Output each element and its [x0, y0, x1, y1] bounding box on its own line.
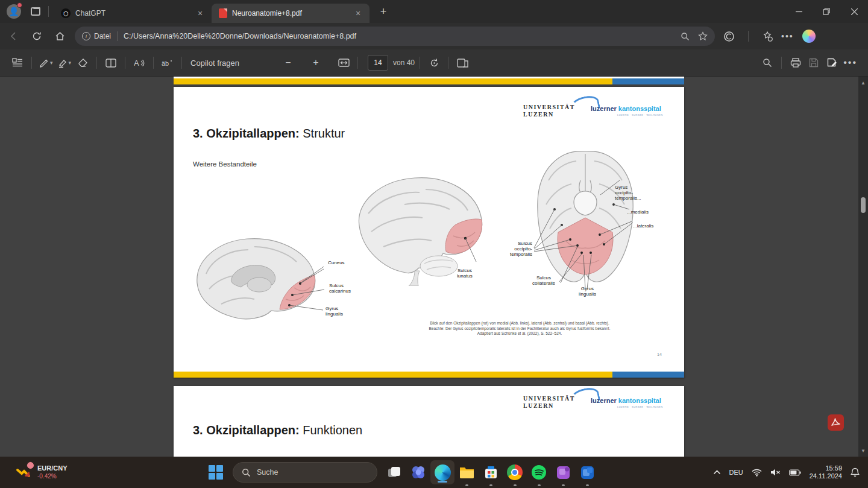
- close-button[interactable]: [840, 0, 868, 23]
- tab-chatgpt[interactable]: ⬡ ChatGPT ×: [54, 4, 212, 23]
- scroll-down-icon[interactable]: ▼: [858, 446, 868, 455]
- read-aloud-icon[interactable]: A: [130, 54, 148, 72]
- language-indicator[interactable]: DEU: [729, 469, 743, 476]
- widgets-button[interactable]: EUR/CNY -0.42%: [16, 464, 106, 481]
- back-button[interactable]: [5, 27, 23, 45]
- figure-caption: Blick auf den Okzipitallappen (rot) von …: [389, 321, 650, 337]
- extensions-icon[interactable]: [762, 31, 773, 42]
- taskbar-app-cortana[interactable]: [406, 457, 430, 488]
- task-view-button[interactable]: [382, 457, 406, 488]
- svg-text:äb: äb: [162, 60, 169, 67]
- minimize-button[interactable]: [785, 0, 813, 23]
- zoom-in-icon[interactable]: +: [307, 54, 325, 72]
- start-button[interactable]: [204, 457, 228, 488]
- page-layout-icon[interactable]: [453, 54, 471, 72]
- slide-accent-yellow: [174, 372, 612, 378]
- windows-logo-icon: [209, 465, 223, 480]
- screen: 👤 ⬡ ChatGPT × Neuroanatomie+8.pdf × +: [0, 0, 868, 488]
- divider: [748, 31, 749, 42]
- taskbar-app-chrome[interactable]: [503, 457, 527, 488]
- taskbar-app-edge[interactable]: [430, 460, 454, 484]
- restore-button[interactable]: [813, 0, 840, 23]
- taskbar-app-store[interactable]: [479, 457, 503, 488]
- currency-pair-label: EUR/CNY: [37, 464, 68, 472]
- taskbar-search[interactable]: Suche: [233, 462, 377, 483]
- zoom-out-icon[interactable]: −: [279, 54, 297, 72]
- volume-muted-icon[interactable]: [770, 468, 781, 477]
- page-view-icon[interactable]: [102, 54, 120, 72]
- vertical-scrollbar[interactable]: ▲ ▼: [858, 77, 868, 457]
- info-icon[interactable]: i: [82, 32, 90, 40]
- eraser-icon[interactable]: [74, 54, 92, 72]
- university-luzern-logo: UNIVERSITÄT LUZERN: [523, 395, 575, 410]
- tab-pdf-active[interactable]: Neuroanatomie+8.pdf ×: [212, 4, 370, 23]
- rotate-icon[interactable]: [425, 54, 443, 72]
- blue-app-icon: [580, 465, 595, 480]
- file-badge: i Datei: [82, 32, 111, 40]
- microsoft-store-icon: [483, 465, 498, 480]
- scroll-up-icon[interactable]: ▲: [858, 78, 868, 87]
- acrobat-icon: [831, 417, 841, 428]
- edge-icon: [435, 464, 451, 481]
- taskbar: EUR/CNY -0.42% Suche: [0, 457, 868, 488]
- chatgpt-icon: ⬡: [61, 8, 71, 18]
- profile-avatar[interactable]: 👤: [6, 4, 22, 19]
- print-icon[interactable]: [787, 54, 805, 72]
- notification-badge: [17, 2, 22, 8]
- new-tab-button[interactable]: +: [376, 5, 391, 18]
- workspaces-icon[interactable]: [28, 4, 43, 19]
- copilot-orb-icon[interactable]: [802, 30, 816, 43]
- home-button[interactable]: [51, 27, 69, 45]
- taskbar-app-purple[interactable]: [551, 457, 575, 488]
- pdf-page-15: UNIVERSITÄT LUZERN luzerner kantonsspita…: [174, 386, 684, 457]
- slide-title: 3. Okzipitallappen: Funktionen: [193, 423, 362, 437]
- task-view-icon: [387, 465, 401, 480]
- pdf-viewport[interactable]: UNIVERSITÄT LUZERN luzerner kantonsspita…: [0, 77, 868, 457]
- tab-close-icon[interactable]: ×: [195, 8, 206, 19]
- battery-icon[interactable]: [789, 469, 801, 476]
- label-cuneus: Cuneus: [328, 260, 345, 265]
- highlighter-icon[interactable]: ▾: [55, 54, 74, 72]
- more-options-icon[interactable]: •••: [841, 54, 860, 72]
- acrobat-fab-button[interactable]: [828, 414, 844, 431]
- taskbar-app-explorer[interactable]: [454, 457, 479, 488]
- refresh-button[interactable]: [28, 27, 46, 45]
- divider: [48, 6, 49, 17]
- tray-chevron-icon[interactable]: [713, 470, 721, 475]
- pdf-page-14: UNIVERSITÄT LUZERN luzerner kantonsspita…: [174, 87, 684, 378]
- currency-change-label: -0.42%: [37, 472, 68, 480]
- label-sulcus-collateralis: Sulcus collateralis: [532, 275, 555, 286]
- find-icon[interactable]: [758, 54, 776, 72]
- page-number-input[interactable]: [368, 55, 388, 71]
- url-text[interactable]: C:/Users/Anna%20Delle%20Donne/Downloads/…: [124, 32, 681, 40]
- address-bar[interactable]: i Datei C:/Users/Anna%20Delle%20Donne/Do…: [75, 27, 715, 46]
- pdf-file-icon: [219, 8, 227, 18]
- taskbar-app-blue[interactable]: [575, 457, 599, 488]
- copilot-ask-button[interactable]: Copilot fragen: [187, 59, 243, 68]
- wifi-icon[interactable]: [752, 469, 762, 477]
- settings-ellipsis-icon[interactable]: •••: [781, 31, 794, 41]
- toc-icon[interactable]: [8, 54, 27, 72]
- slide-subtitle: Weitere Bestandteile: [193, 160, 257, 168]
- widget-badge: [27, 461, 34, 469]
- save-as-edit-icon[interactable]: [823, 54, 841, 72]
- label-gyrus-occipitotemporalis: Gyrus occipito- temporalis...: [615, 185, 641, 201]
- clock[interactable]: 15:59 24.11.2024: [810, 464, 842, 480]
- label-gyrus-lingualis-basal: Gyrus lingualis: [579, 286, 596, 297]
- save-icon[interactable]: [805, 54, 823, 72]
- scrollbar-thumb[interactable]: [861, 197, 866, 213]
- slide-title: 3. Okzipitallappen: Struktur: [193, 127, 345, 141]
- fit-to-width-icon[interactable]: [335, 54, 353, 72]
- tray-date: 24.11.2024: [810, 472, 842, 480]
- tab-close-icon[interactable]: ×: [353, 8, 363, 19]
- notification-bell-icon[interactable]: [851, 467, 860, 477]
- favorite-star-icon[interactable]: [698, 31, 708, 41]
- slide-accent-blue: [612, 78, 684, 84]
- label-sulcus-occipitotemporalis: Sulcus occipito- temporalis: [499, 241, 532, 257]
- draw-pen-icon[interactable]: ▾: [37, 54, 55, 72]
- search-in-page-icon[interactable]: [681, 32, 690, 41]
- browser-navbar: i Datei C:/Users/Anna%20Delle%20Donne/Do…: [0, 23, 868, 49]
- translate-icon[interactable]: äb: [159, 54, 177, 72]
- copilot-sidebar-icon[interactable]: [723, 31, 735, 42]
- taskbar-app-spotify[interactable]: [527, 457, 551, 488]
